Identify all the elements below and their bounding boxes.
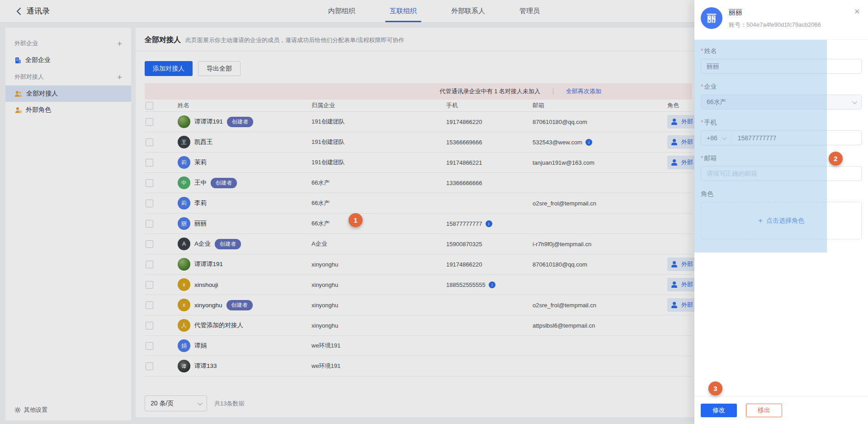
select-role-button[interactable]: + 点击选择角色 (701, 202, 862, 239)
row-checkbox[interactable] (146, 301, 153, 309)
sidebar-item-label: 全部对接人 (26, 90, 58, 98)
role-cell: 外部 (667, 115, 692, 129)
person-icon (671, 118, 678, 125)
email-value: 532543@wew.com (533, 139, 582, 146)
email-field[interactable]: 请填写正确的邮箱 (701, 166, 862, 181)
modify-button[interactable]: 修改 (701, 404, 737, 417)
table-row[interactable]: xxinshoujixinyonghu188552555555i外部 (145, 275, 692, 295)
table-row[interactable]: 王凯西王191创建团队15366669666532543@wew.comi外部 (145, 132, 692, 152)
tab-内部组织[interactable]: 内部组织 (326, 0, 358, 22)
add-company-button[interactable]: + (117, 39, 122, 48)
company-cell: 66水产 (311, 199, 446, 207)
table-row[interactable]: 人代管添加的对接人xinyonghuattpslbsl6@tempmail.cn (145, 315, 692, 336)
email-value: 870610180@qq.com (533, 261, 587, 268)
row-checkbox[interactable] (146, 200, 153, 207)
settings-label: 其他设置 (24, 406, 47, 414)
row-checkbox[interactable] (146, 281, 153, 289)
avatar: 莉 (178, 197, 190, 210)
email-cell: 870610180@qq.com (533, 261, 667, 268)
creator-badge: 创建者 (215, 239, 241, 249)
avatar: 中 (178, 176, 190, 189)
chevron-down-icon (722, 134, 727, 139)
column-header: 手机 (446, 101, 533, 110)
sidebar-item-all-contacts[interactable]: 全部对接人 (5, 86, 131, 102)
tab-管理员[interactable]: 管理员 (517, 0, 542, 22)
select-all-checkbox[interactable] (146, 102, 153, 110)
phone-cell: 19174866221 (446, 159, 533, 166)
row-checkbox[interactable] (146, 118, 153, 126)
table-row[interactable]: 丽丽丽66水产15877777777i (145, 214, 692, 234)
row-checkbox[interactable] (146, 240, 153, 248)
tab-外部联系人[interactable]: 外部联系人 (448, 0, 488, 22)
contact-detail-panel: 丽 丽丽 账号：504e7a4fe90d1fc79acb2066 × 姓名 丽丽… (694, 0, 868, 424)
add-contact-person-button[interactable]: 添加对接人 (145, 61, 193, 76)
row-checkbox[interactable] (146, 159, 153, 167)
row-checkbox[interactable] (146, 138, 153, 146)
table-row[interactable]: 谭谭谭133we环境191 (145, 356, 692, 376)
name-cell: xxinshouji (178, 278, 311, 291)
page-size-select[interactable]: 20 条/页 (145, 395, 207, 411)
row-checkbox[interactable] (146, 342, 153, 350)
company-cell: 66水产 (311, 219, 446, 228)
role-chip-label: 外部 (681, 138, 693, 146)
row-checkbox[interactable] (146, 322, 153, 329)
row-checkbox[interactable] (146, 362, 153, 370)
avatar: 王 (178, 136, 190, 148)
toolbar: 添加对接人 导出全部 (145, 61, 692, 76)
sidebar-item-all-companies[interactable]: 全部企业 (5, 52, 131, 68)
phone-field[interactable]: +86 15877777777 (701, 130, 862, 145)
table-row[interactable]: 娟谭娟we环境191 (145, 336, 692, 356)
column-header: 姓名 (178, 101, 311, 110)
sidebar-settings[interactable]: 其他设置 (14, 406, 47, 414)
row-checkbox[interactable] (146, 220, 153, 228)
phone-prefix-select[interactable]: +86 (701, 134, 731, 142)
tab-互联组织[interactable]: 互联组织 (387, 0, 420, 22)
company-cell: 191创建团队 (311, 158, 446, 167)
role-chip-label: 外部 (681, 118, 693, 126)
info-icon[interactable]: i (486, 220, 492, 227)
add-contact-button[interactable]: + (117, 73, 122, 81)
table-row[interactable]: 莉李莉66水产o2sre_frol@tempmail.cn (145, 193, 692, 214)
contact-name: 谭谭谭191 (194, 118, 223, 126)
email-placeholder: 请填写正确的邮箱 (707, 170, 757, 178)
table-row[interactable]: 中王中创建者66水产13366666666 (145, 173, 692, 193)
table-row[interactable]: 谭谭谭谭191xinyonghu19174866220870610180@qq.… (145, 254, 692, 275)
sidebar-item-external-roles[interactable]: 外部角色 (5, 102, 131, 118)
table-row[interactable]: 莉茉莉191创建团队19174866221tanjuan191w@163.com… (145, 152, 692, 173)
phone-value: 19174866221 (446, 159, 482, 166)
notice-text: 代管通讯录企业中有 1 名对接人未加入 (440, 87, 540, 95)
row-checkbox[interactable] (146, 261, 153, 268)
name-cell: 人代管添加的对接人 (178, 319, 311, 332)
company-select[interactable]: 66水产 (701, 95, 862, 110)
email-cell: 870610180@qq.com (533, 119, 667, 125)
panel-header: 丽 丽丽 账号：504e7a4fe90d1fc79acb2066 × (694, 0, 868, 40)
group-label: 外部企业 (14, 39, 38, 48)
name-cell: xxinyonghu创建者 (178, 299, 311, 311)
email-cell: tanjuan191w@163.com (533, 159, 667, 166)
role-cell: 外部 (667, 298, 692, 312)
contact-name: 王中 (194, 179, 207, 187)
contact-form: 姓名 丽丽 企业 66水产 手机 +86 15877777777 (694, 40, 868, 239)
creator-badge: 创建者 (211, 178, 237, 188)
table-row[interactable]: 谭谭谭谭191创建者191创建团队19174866220870610180@qq… (145, 112, 692, 132)
close-icon[interactable]: × (854, 6, 860, 16)
annotation-step-1: 1 (349, 213, 363, 227)
contact-account: 账号：504e7a4fe90d1fc79acb2066 (729, 21, 821, 29)
table-row[interactable]: xxinyonghu创建者xinyonghuo2sre_frol@tempmai… (145, 295, 692, 315)
row-checkbox[interactable] (146, 179, 153, 187)
contact-avatar: 丽 (701, 7, 722, 29)
name-cell: 娟谭娟 (178, 339, 311, 352)
table-row[interactable]: AA企业创建者A企业15900870325i-r7h9f0j@tempmail.… (145, 234, 692, 254)
remove-button[interactable]: 移出 (746, 404, 782, 417)
export-all-button[interactable]: 导出全部 (198, 61, 241, 76)
column-header: 邮箱 (533, 101, 667, 110)
info-icon[interactable]: i (585, 139, 592, 146)
contact-name: 谭娟 (194, 342, 207, 350)
sidebar-group-external-contacts: 外部对接人 + (5, 68, 131, 86)
name-field[interactable]: 丽丽 (701, 59, 862, 74)
name-cell: 丽丽丽 (178, 217, 311, 230)
re-add-all-link[interactable]: 全部再次添加 (566, 87, 601, 95)
info-icon[interactable]: i (489, 281, 495, 288)
column-header: 归属企业 (311, 101, 446, 110)
contact-name: 丽丽 (194, 219, 207, 228)
